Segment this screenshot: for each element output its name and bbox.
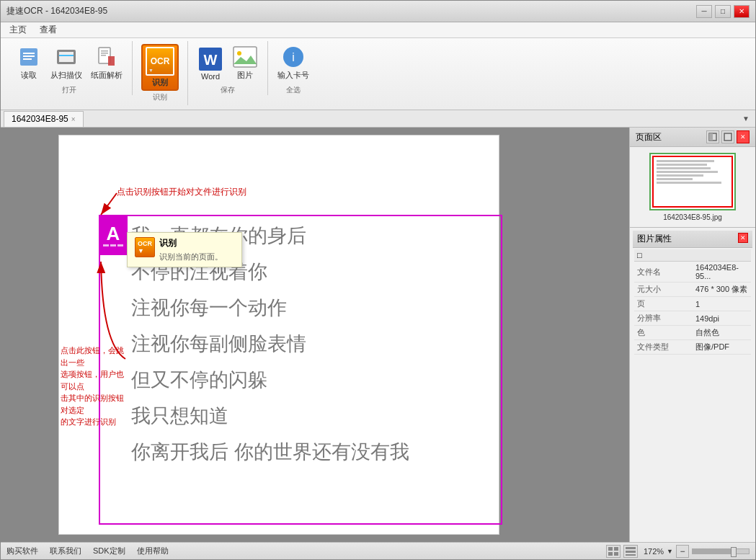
image-button[interactable]: 图片	[228, 41, 262, 84]
svg-marker-11	[108, 56, 115, 66]
thumbnail-text	[657, 160, 729, 184]
page-icon	[94, 44, 120, 70]
page-area-label: 页面区	[636, 131, 662, 143]
menu-view[interactable]: 查看	[34, 22, 63, 37]
scan-button[interactable]: 从扫描仪	[47, 41, 86, 84]
word-label: Word	[201, 72, 220, 81]
page-area-header: 页面区 ✕	[630, 128, 755, 147]
menu-bar: 主页 查看	[1, 22, 755, 38]
svg-text:i: i	[292, 51, 295, 63]
zoom-out-button[interactable]: −	[676, 545, 689, 558]
view-btn-1[interactable]	[606, 545, 621, 558]
page-button[interactable]: 纸面解析	[87, 41, 126, 84]
status-left: 购买软件 联系我们 SDK定制 使用帮助	[6, 546, 169, 556]
zoom-slider[interactable]	[692, 548, 750, 554]
prop-val-dpi: 149dpi	[693, 311, 751, 326]
app-window: 捷速OCR - 1642034E8-95 ─ □ ✕ 主页 查看	[0, 0, 756, 560]
svg-rect-29	[626, 551, 636, 553]
document-tab[interactable]: 1642034E8-95 ×	[4, 111, 84, 127]
tooltip-content: 识别 识别当前的页面。	[159, 237, 223, 262]
prop-key-filename: 文件名	[634, 262, 693, 283]
svg-rect-26	[608, 552, 613, 556]
maximize-button[interactable]: □	[715, 5, 731, 18]
minimize-button[interactable]: ─	[696, 5, 712, 18]
tab-dropdown[interactable]: ▼	[742, 115, 750, 123]
panel-controls: ✕	[706, 130, 750, 143]
prop-key-dpi: 分辨率	[634, 311, 693, 326]
svg-rect-30	[626, 554, 636, 556]
ribbon: 读取 从扫描仪	[1, 38, 755, 110]
right-panel: 页面区 ✕	[629, 128, 755, 542]
app-title: 捷速OCR - 1642034E8-95	[6, 5, 107, 17]
prop-val-size: 476 * 300 像素	[693, 283, 751, 297]
title-controls: ─ □ ✕	[696, 5, 750, 18]
menu-home[interactable]: 主页	[4, 22, 32, 37]
svg-rect-3	[23, 58, 32, 60]
panel-btn-1[interactable]	[706, 130, 719, 143]
prop-row-size: 元大小 476 * 300 像素	[634, 283, 751, 297]
prop-val-page: 1	[693, 297, 751, 311]
ribbon-group-all: i 输入卡号 全选	[268, 41, 319, 95]
prop-key-page: 页	[634, 297, 693, 311]
tab-close-button[interactable]: ×	[71, 115, 76, 123]
svg-rect-5	[59, 52, 74, 62]
properties-panel: 图片属性 ✕ □ 文件名 1642034E8-95... 元大小 476 * 3…	[630, 227, 755, 359]
card-label: 输入卡号	[277, 70, 309, 81]
prop-row-color: 色 自然色	[634, 326, 751, 340]
status-right: 172% ▼ −	[606, 545, 750, 558]
svg-rect-27	[614, 552, 618, 556]
read-button[interactable]: 读取	[12, 41, 45, 84]
svg-rect-9	[101, 53, 108, 54]
panel-btn-2[interactable]	[721, 130, 734, 143]
prop-row-dpi: 分辨率 149dpi	[634, 311, 751, 326]
status-buy[interactable]: 购买软件	[6, 546, 38, 556]
close-button[interactable]: ✕	[734, 5, 750, 18]
prop-val-filetype: 图像/PDF	[693, 340, 751, 355]
props-close-btn[interactable]: ✕	[738, 233, 748, 243]
svg-rect-23	[724, 133, 731, 141]
group-ocr-label: 识别	[153, 92, 167, 102]
card-button[interactable]: i 输入卡号	[274, 41, 313, 84]
svg-rect-10	[101, 55, 106, 56]
ocr-icon: OCR ▼	[146, 47, 174, 76]
prop-val-filename: 1642034E8-95...	[693, 262, 751, 283]
prop-row-page: 页 1	[634, 297, 751, 311]
prop-row-filetype: 文件类型 图像/PDF	[634, 340, 751, 355]
document-scroll-area[interactable]: A 我一直都在你的身后 不停的注视着你 注视你每一个动作 注视你每副侧脸表情 但…	[1, 128, 629, 542]
prop-val-color: 自然色	[693, 326, 751, 340]
ribbon-group-open: 读取 从扫描仪	[6, 41, 133, 95]
a-lines	[103, 244, 123, 246]
panel-close-btn[interactable]: ✕	[737, 130, 750, 143]
zoom-thumb[interactable]	[731, 547, 737, 557]
svg-text:W: W	[204, 52, 218, 68]
group-save-label: 保存	[221, 85, 235, 95]
group-open-label: 打开	[62, 85, 76, 95]
group-all-label: 全选	[286, 85, 301, 95]
properties-table: 文件名 1642034E8-95... 元大小 476 * 300 像素 页 1	[634, 262, 751, 355]
svg-point-15	[237, 51, 241, 55]
prop-key-size: 元大小	[634, 283, 693, 297]
title-bar: 捷速OCR - 1642034E8-95 ─ □ ✕	[1, 1, 755, 22]
svg-line-20	[101, 193, 117, 215]
ocr-button[interactable]: OCR ▼ 识别	[141, 44, 179, 91]
prop-key-color: 色	[634, 326, 693, 340]
tab-bar: 1642034E8-95 × ▼	[1, 110, 755, 128]
word-icon: W	[197, 46, 223, 72]
status-help[interactable]: 使用帮助	[137, 546, 169, 556]
svg-rect-8	[101, 50, 108, 52]
status-sdk[interactable]: SDK定制	[93, 546, 125, 556]
prop-key-filetype: 文件类型	[634, 340, 693, 355]
word-button[interactable]: W Word	[194, 43, 227, 84]
scan-label: 从扫描仪	[50, 70, 82, 81]
read-icon	[16, 44, 42, 70]
anno-line1: 点击此按钮，会跳出一些	[61, 346, 124, 367]
props-expand[interactable]: □	[634, 249, 751, 262]
annotation-top: 点击识别按钮开始对文件进行识别	[117, 186, 246, 198]
zoom-dropdown[interactable]: ▼	[667, 548, 673, 555]
anno-line3: 击其中的识别按钮对选定	[61, 394, 124, 414]
page-thumbnail[interactable]	[649, 153, 736, 210]
svg-rect-28	[626, 547, 636, 549]
status-contact[interactable]: 联系我们	[50, 546, 81, 556]
ocr-label: 识别	[152, 77, 168, 88]
view-btn-2[interactable]	[623, 545, 638, 558]
